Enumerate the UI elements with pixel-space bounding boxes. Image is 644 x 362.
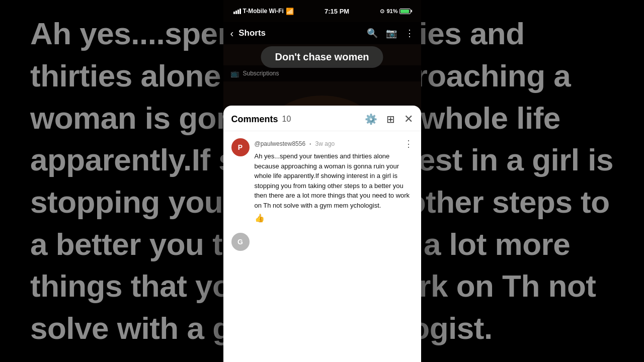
comments-header: Comments 10 ⚙️ ⊞ ✕ [223, 106, 421, 131]
comments-close-button[interactable]: ✕ [404, 113, 413, 126]
comments-body[interactable]: P @paulwestew8556 • 3w ago ⋮ Ah yes...sp… [223, 131, 421, 362]
comments-title-row: Comments 10 [231, 114, 291, 125]
comment-avatar: P [231, 138, 250, 156]
shorts-right: 🔍 📷 ⋮ [367, 28, 414, 39]
comments-count: 10 [282, 115, 291, 124]
signal-bar-4 [239, 9, 241, 14]
shorts-left: ‹ Shorts [230, 28, 266, 39]
battery-container [399, 9, 411, 14]
subscriptions-text: Subscriptions [243, 70, 279, 77]
shorts-title: Shorts [238, 28, 266, 38]
comment-username: @paulwestew8556 [255, 140, 306, 147]
signal-bars [233, 9, 241, 14]
comments-panel: Comments 10 ⚙️ ⊞ ✕ P @paulwestew8556 • 3… [223, 106, 421, 362]
status-right: ⊙ 91% [380, 8, 411, 15]
phone-frame: TikTok @jeepersjohr T-Mobile Wi-Fi 📶 7:1… [223, 0, 421, 362]
status-time: 7:15 PM [325, 8, 349, 15]
comment-item-partial: G [231, 233, 413, 251]
comment-content: @paulwestew8556 • 3w ago ⋮ Ah yes...spen… [255, 138, 413, 223]
camera-icon[interactable]: 📷 [386, 28, 397, 39]
search-icon[interactable]: 🔍 [367, 28, 378, 39]
subscriptions-icon: 📺 [230, 69, 239, 77]
status-bar: T-Mobile Wi-Fi 📶 7:15 PM ⊙ 91% [223, 0, 421, 22]
back-button[interactable]: ‹ [230, 28, 234, 39]
rotation-lock-icon: ⊙ [380, 8, 384, 15]
comment-item: P @paulwestew8556 • 3w ago ⋮ Ah yes...sp… [231, 138, 413, 223]
comment-text: Ah yes...spend your twenties and thirtie… [255, 151, 413, 210]
tooltip-overlay: Don't chase women [261, 46, 383, 68]
comment-actions: 👍 [255, 213, 413, 223]
comment-like-button[interactable]: 👍 [255, 213, 265, 223]
wifi-icon: 📶 [286, 8, 294, 15]
signal-bar-1 [233, 12, 235, 14]
shorts-bar: ‹ Shorts 🔍 📷 ⋮ [223, 22, 421, 44]
battery-fill [400, 10, 409, 13]
comments-icons: ⚙️ ⊞ ✕ [365, 113, 413, 126]
more-options-icon[interactable]: ⋮ [405, 28, 414, 39]
carrier-text: T-Mobile Wi-Fi [243, 8, 284, 15]
comment-meta: @paulwestew8556 • 3w ago ⋮ [255, 138, 413, 149]
status-left: T-Mobile Wi-Fi 📶 [233, 8, 294, 15]
tooltip-text: Don't chase women [275, 51, 369, 62]
comment-content-partial [255, 233, 413, 251]
comments-title: Comments [231, 114, 278, 125]
battery-icon [399, 9, 411, 14]
signal-bar-2 [235, 11, 237, 14]
comment-options-button[interactable]: ⋮ [404, 138, 413, 149]
comment-time: 3w ago [315, 140, 335, 147]
battery-percent: 91% [386, 8, 397, 14]
comments-settings-icon[interactable]: ⚙️ [365, 113, 377, 125]
comment-separator: • [309, 141, 311, 147]
signal-bar-3 [237, 10, 239, 14]
comments-filter-icon[interactable]: ⊞ [386, 113, 395, 125]
comment-avatar-partial: G [231, 233, 250, 251]
